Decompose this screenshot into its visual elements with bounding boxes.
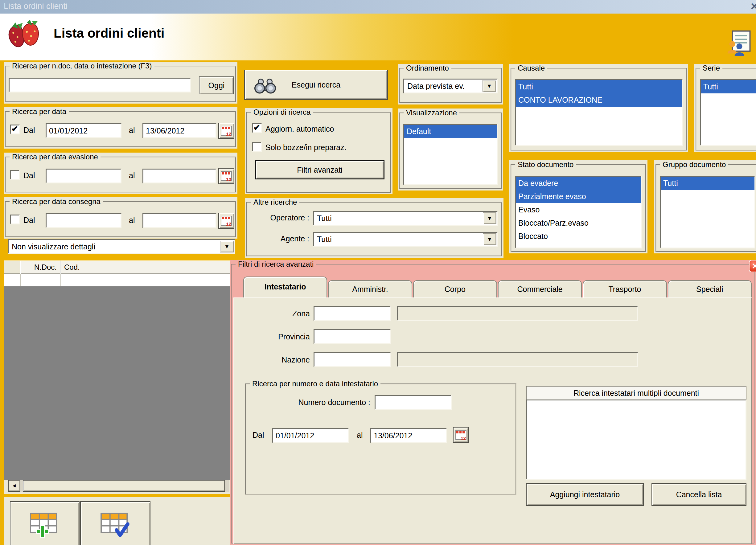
dropdown-button[interactable]: ▼ [483,233,496,245]
gruppo-documento-group: Gruppo documento Tutti [654,160,756,253]
calendar-button[interactable]: 12 [218,123,234,139]
calendar-button[interactable]: 12 [218,213,234,229]
drafts-only-checkbox[interactable]: ✔ [252,142,262,152]
al-label: al [129,170,135,180]
search-evasione-group: Ricerca per data evasione ✔ Dal al 12 [4,153,237,194]
evasione-checkbox[interactable]: ✔ [10,170,20,180]
intestatario-tab-content: Zona Provincia Nazione Ricerca per numer… [233,297,752,544]
dropdown-button[interactable]: ▼ [220,241,234,252]
causale-item[interactable]: CONTO LAVORAZIONE [516,93,682,107]
visualization-group: Visualizzazione Default [398,109,503,191]
auto-update-checkbox[interactable]: ✔ [252,123,262,133]
serie-item[interactable]: Tutti [701,80,756,93]
numero-documento-input[interactable] [375,395,452,410]
check-icon: ✔ [11,124,18,134]
scrollbar-thumb[interactable] [23,480,225,492]
dal-label: Dal [23,170,35,180]
stato-item[interactable]: Bloccato [516,230,641,243]
date-to-input[interactable] [142,123,216,138]
serie-listbox[interactable]: Tutti [700,79,756,146]
combo-value: Non visualizzare dettagli [12,242,218,251]
agent-label: Agente : [254,234,309,244]
combo-value: Tutti [317,214,481,223]
operator-combobox[interactable]: Tutti ▼ [313,211,498,226]
combo-value: Data prevista ev. [407,82,481,91]
evasione-from-input[interactable] [46,169,121,183]
add-intestatario-button[interactable]: Aggiungi intestatario [526,483,644,506]
zona-input[interactable] [314,306,391,321]
table-row[interactable] [4,274,237,286]
multi-intestatari-list[interactable] [526,400,746,480]
table-empty-area [4,286,237,480]
stato-item[interactable]: Bloccato/Parz.evaso [516,216,641,230]
stato-item[interactable]: Parzialmente evaso [516,190,641,203]
date-from-input[interactable] [46,123,121,138]
causale-item[interactable]: Tutti [516,80,682,93]
clear-list-button[interactable]: Cancella lista [651,483,746,506]
footer-toolbar [4,497,237,545]
today-button[interactable]: Oggi [199,76,234,94]
panel-close-button[interactable]: ✕ [749,260,756,272]
ordering-group: Ordinamento Data prevista ev. ▼ [398,64,503,104]
causale-listbox[interactable]: TuttiCONTO LAVORAZIONE [515,79,683,146]
tab[interactable]: Trasporto [583,280,667,297]
confirm-rows-button[interactable] [80,501,150,545]
stato-item[interactable]: Evaso [516,203,641,216]
nazione-input[interactable] [314,352,391,367]
visualization-listbox[interactable]: Default [403,124,498,185]
consegna-to-input[interactable] [142,213,216,228]
search-consegna-group: Ricerca per data consegna ✔ Dal al 12 [4,197,237,239]
drafts-only-label: Solo bozze/in preparaz. [265,142,347,152]
panel-legend: Filtri di ricerca avanzati [236,260,316,268]
provincia-label: Provincia [259,332,310,342]
advanced-date-to-input[interactable] [370,428,447,443]
evasione-to-input[interactable] [142,169,216,183]
search-doc-input[interactable] [9,78,191,92]
multi-intestatari-header: Ricerca intestatari multipli documenti [526,386,746,400]
tab[interactable]: Speciali [668,280,752,297]
dropdown-button[interactable]: ▼ [483,80,496,92]
tab[interactable]: Intestatario [243,277,327,297]
calendar-button[interactable]: 12 [218,168,234,184]
ordering-combobox[interactable]: Data prevista ev. ▼ [403,79,498,93]
al-label: al [357,430,363,440]
add-row-button[interactable] [10,501,80,545]
binoculars-icon [253,77,277,94]
run-search-button[interactable]: Esegui ricerca [244,70,388,100]
app-window: Lista ordini clienti ✕ Lista ordini clie… [0,0,756,545]
advanced-filters-button[interactable]: Filtri avanzati [255,160,384,179]
provincia-input[interactable] [314,329,391,344]
tab[interactable]: Corpo [413,280,497,297]
consegna-from-input[interactable] [46,213,121,228]
column-header-cod[interactable]: Cod. [60,260,237,274]
horizontal-scrollbar[interactable]: ◄ [8,480,229,492]
calendar-button[interactable]: 12 [453,427,469,443]
details-combobox[interactable]: Non visualizzare dettagli ▼ [8,239,235,254]
chevron-down-icon: ▼ [487,215,492,222]
zona-label: Zona [259,309,310,318]
dropdown-button[interactable]: ▼ [483,212,496,224]
tab[interactable]: Amministr. [328,280,412,297]
advanced-date-from-input[interactable] [272,428,349,443]
nazione-description-field [397,352,638,367]
column-header-ndoc[interactable]: N.Doc. [20,260,60,274]
gruppo-documento-listbox[interactable]: Tutti [660,176,755,248]
close-icon[interactable]: ✕ [750,1,756,12]
visualization-item[interactable]: Default [404,125,497,138]
dal-label: Dal [253,430,264,440]
stato-item[interactable]: Da evadere [516,177,641,190]
scroll-left-button[interactable]: ◄ [8,480,20,492]
chevron-down-icon: ▼ [224,244,230,250]
tab[interactable]: Commerciale [498,280,582,297]
from-date-checkbox[interactable]: ✔ [10,125,20,134]
consegna-checkbox[interactable]: ✔ [10,215,20,224]
stato-documento-listbox[interactable]: Da evadereParzialmente evasoEvasoBloccat… [515,176,642,248]
calendar-icon: 12 [455,430,466,440]
group-legend: Ricerca per n.doc, data o intestazione (… [10,62,154,70]
search-doc-group: Ricerca per n.doc, data o intestazione (… [4,62,237,104]
gruppo-item[interactable]: Tutti [661,177,754,190]
run-search-label: Esegui ricerca [292,80,340,89]
dal-label: Dal [23,125,35,135]
search-date-group: Ricerca per data ✔ Dal al 12 [4,107,237,149]
agent-combobox[interactable]: Tutti ▼ [313,232,498,247]
